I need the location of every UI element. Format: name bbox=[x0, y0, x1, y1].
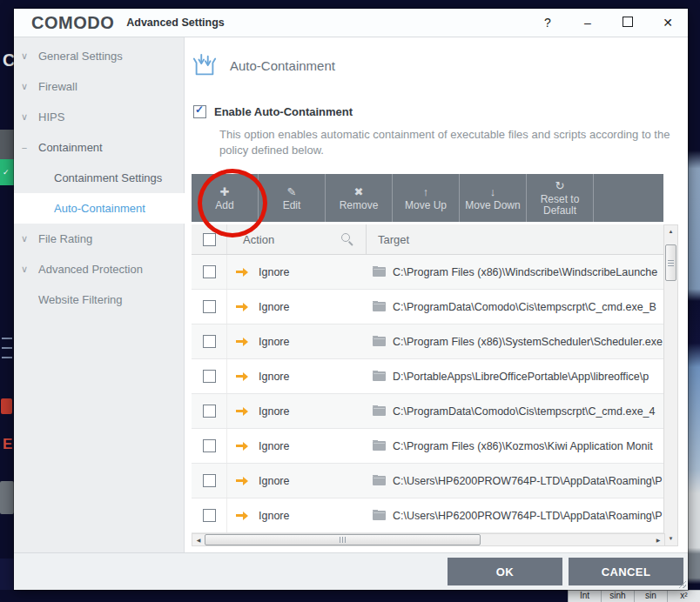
scroll-up-arrow-icon[interactable]: ▲ bbox=[664, 225, 677, 238]
chevron-down-icon: ∨ bbox=[19, 81, 30, 92]
action-label: Ignore bbox=[259, 475, 289, 487]
target-path: C:\Program Files (x86)\SystemScheduler\S… bbox=[393, 336, 663, 348]
minus-icon: − bbox=[19, 143, 30, 153]
row-checkbox[interactable] bbox=[203, 370, 216, 383]
enable-auto-containment-checkbox[interactable]: ✓ bbox=[193, 105, 206, 118]
action-cell: Ignore bbox=[226, 324, 366, 358]
settings-content: Auto-Containment ✓ Enable Auto-Containme… bbox=[185, 37, 688, 552]
target-cell: C:\ProgramData\Comodo\Cis\tempscrpt\C_cm… bbox=[366, 405, 665, 418]
sidebar-item-containment-settings[interactable]: Containment Settings bbox=[14, 163, 184, 193]
background-fragment bbox=[0, 481, 14, 514]
row-checkbox[interactable] bbox=[203, 405, 216, 418]
action-column-header: Action bbox=[243, 233, 274, 246]
table-row[interactable]: Ignore C:\Users\HP6200PROW764P-LTD\AppDa… bbox=[192, 464, 665, 498]
edit-button[interactable]: ✎ Edit bbox=[259, 174, 326, 222]
move-down-button[interactable]: ↓ Move Down bbox=[460, 174, 527, 222]
select-all-checkbox[interactable] bbox=[203, 233, 216, 246]
sidebar-item-file-rating[interactable]: ∨ File Rating bbox=[14, 224, 184, 254]
horizontal-scrollbar-thumb[interactable] bbox=[205, 534, 481, 545]
sidebar-item-firewall[interactable]: ∨ Firewall bbox=[14, 71, 184, 102]
close-button[interactable]: ✕ bbox=[648, 16, 688, 30]
table-row[interactable]: Ignore C:\Program Files (x86)\Windscribe… bbox=[192, 255, 665, 290]
scrollbar-grip-icon bbox=[668, 260, 674, 266]
window-title: Advanced Settings bbox=[126, 17, 225, 29]
help-button[interactable]: ? bbox=[528, 16, 568, 30]
background-alert-fragment bbox=[1, 398, 12, 414]
minimize-button[interactable]: – bbox=[568, 16, 608, 30]
page-header: Auto-Containment bbox=[192, 52, 335, 78]
window-controls: ? – ✕ bbox=[528, 16, 688, 30]
toolbar-button-label: Remove bbox=[340, 200, 379, 211]
action-label: Ignore bbox=[259, 266, 289, 278]
move-up-button[interactable]: ↑ Move Up bbox=[393, 174, 460, 222]
title-bar[interactable]: COMODO Advanced Settings ? – ✕ bbox=[14, 9, 688, 37]
table-row[interactable]: Ignore D:\PortableApps\LibreOfficePortab… bbox=[192, 359, 665, 394]
table-row[interactable]: Ignore C:\Program Files (x86)\Kozmos\Kiw… bbox=[192, 429, 665, 464]
x-icon: ✖ bbox=[354, 185, 364, 198]
sidebar-item-hips[interactable]: ∨ HIPS bbox=[14, 102, 184, 132]
action-cell: Ignore bbox=[226, 498, 366, 532]
ignore-arrow-icon bbox=[236, 372, 248, 381]
row-checkbox[interactable] bbox=[203, 335, 216, 348]
table-row[interactable]: Ignore C:\ProgramData\Comodo\Cis\tempscr… bbox=[192, 290, 665, 324]
maximize-button[interactable] bbox=[608, 16, 648, 30]
ignore-arrow-icon bbox=[236, 407, 248, 416]
sidebar-item-containment[interactable]: − Containment bbox=[14, 132, 184, 163]
reset-icon: ↻ bbox=[555, 179, 565, 192]
sidebar-item-label: File Rating bbox=[38, 232, 92, 245]
vertical-scrollbar-thumb[interactable] bbox=[665, 244, 676, 281]
background-logo-fragment: C bbox=[3, 50, 14, 70]
toolbar-button-label: Move Up bbox=[405, 200, 447, 211]
folder-icon bbox=[373, 406, 386, 416]
scroll-left-arrow-icon[interactable]: ◀ bbox=[192, 537, 205, 543]
sidebar-item-website-filtering[interactable]: Website Filtering bbox=[14, 284, 184, 315]
vertical-scrollbar[interactable]: ▲ ▼ bbox=[663, 224, 678, 546]
row-checkbox[interactable] bbox=[203, 509, 216, 522]
ignore-arrow-icon bbox=[236, 268, 248, 277]
target-cell: C:\Program Files (x86)\SystemScheduler\S… bbox=[366, 336, 665, 348]
horizontal-scrollbar-track[interactable] bbox=[205, 534, 652, 545]
table-row[interactable]: Ignore C:\ProgramData\Comodo\Cis\tempscr… bbox=[192, 394, 665, 429]
target-column-header: Target bbox=[378, 233, 409, 246]
ignore-arrow-icon bbox=[236, 477, 248, 485]
remove-button[interactable]: ✖ Remove bbox=[326, 174, 393, 222]
description-text: This option enables automatic containmen… bbox=[219, 127, 670, 157]
scroll-down-arrow-icon[interactable]: ▼ bbox=[664, 532, 677, 545]
action-label: Ignore bbox=[259, 371, 289, 383]
background-calc-button: Int bbox=[568, 591, 601, 602]
target-path: D:\PortableApps\LibreOfficePortable\App\… bbox=[393, 371, 649, 383]
sidebar-item-label: Advanced Protection bbox=[38, 263, 143, 276]
ok-button[interactable]: OK bbox=[448, 558, 562, 585]
scrollbar-grip-icon bbox=[340, 537, 346, 543]
rules-toolbar: ✚ Add ✎ Edit ✖ Remove ↑ Move Up ↓ Move D… bbox=[192, 174, 663, 222]
action-cell: Ignore bbox=[226, 359, 366, 393]
add-button[interactable]: ✚ Add bbox=[192, 174, 259, 222]
search-icon[interactable] bbox=[341, 233, 353, 245]
horizontal-scrollbar[interactable]: ◀ ▶ bbox=[192, 533, 665, 546]
folder-icon bbox=[373, 371, 386, 381]
sidebar-item-auto-containment[interactable]: Auto-Containment bbox=[14, 193, 185, 224]
advanced-settings-window: COMODO Advanced Settings ? – ✕ ∨ General… bbox=[14, 9, 688, 590]
sidebar-item-general-settings[interactable]: ∨ General Settings bbox=[14, 41, 184, 71]
ignore-arrow-icon bbox=[236, 338, 248, 346]
target-path: C:\Users\HP6200PROW764P-LTD\AppData\Roam… bbox=[393, 510, 663, 522]
target-cell: C:\Users\HP6200PROW764P-LTD\AppData\Roam… bbox=[366, 510, 665, 522]
toolbar-button-label: Reset to Default bbox=[527, 194, 593, 217]
row-checkbox[interactable] bbox=[203, 439, 216, 452]
table-row[interactable]: Ignore C:\Program Files (x86)\SystemSche… bbox=[192, 324, 665, 359]
row-checkbox[interactable] bbox=[203, 265, 216, 278]
reset-to-default-button[interactable]: ↻ Reset to Default bbox=[527, 174, 594, 222]
row-checkbox[interactable] bbox=[203, 300, 216, 313]
table-row[interactable]: Ignore C:\Users\HP6200PROW764P-LTD\AppDa… bbox=[192, 498, 665, 533]
cancel-button[interactable]: CANCEL bbox=[569, 558, 683, 585]
ignore-arrow-icon bbox=[236, 303, 248, 311]
background-fragment bbox=[0, 130, 14, 159]
action-label: Ignore bbox=[259, 405, 289, 418]
sidebar-item-advanced-protection[interactable]: ∨ Advanced Protection bbox=[14, 254, 184, 284]
target-cell: C:\ProgramData\Comodo\Cis\tempscrpt\C_cm… bbox=[366, 301, 665, 313]
row-checkbox[interactable] bbox=[203, 474, 216, 487]
auto-containment-icon bbox=[192, 52, 218, 78]
scroll-right-arrow-icon[interactable]: ▶ bbox=[652, 537, 664, 543]
chevron-down-icon: ∨ bbox=[19, 111, 30, 123]
background-status-fragment: ✓ bbox=[0, 159, 14, 185]
